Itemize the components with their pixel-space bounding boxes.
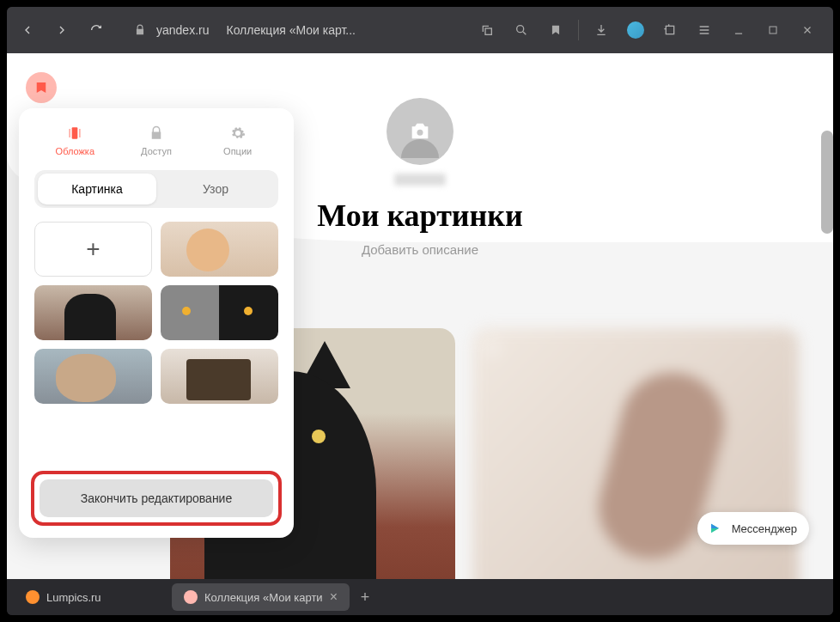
copy-icon[interactable] <box>475 18 499 42</box>
url-text[interactable]: yandex.ru <box>156 23 209 37</box>
menu-icon[interactable] <box>692 18 716 42</box>
tab-options[interactable]: Опции <box>204 124 272 156</box>
svg-rect-3 <box>770 27 776 34</box>
browser-tab-2[interactable]: Коллекция «Мои карти × <box>172 583 350 611</box>
cover-thumb-1[interactable] <box>161 222 278 277</box>
finish-editing-button[interactable]: Закончить редактирование <box>40 479 273 517</box>
subtab-pattern[interactable]: Узор <box>156 174 275 204</box>
tab-access[interactable]: Доступ <box>122 124 191 156</box>
cover-thumb-2[interactable] <box>34 285 152 340</box>
cover-editor-panel: Обложка Доступ Опции Картинка Узор + <box>19 108 294 538</box>
minimize-button[interactable] <box>727 18 751 42</box>
svg-rect-2 <box>666 26 673 34</box>
messenger-icon <box>703 517 725 540</box>
cover-thumb-5[interactable] <box>161 349 278 404</box>
subtab-picture[interactable]: Картинка <box>38 174 156 204</box>
browser-tab-1[interactable]: Lumpics.ru <box>14 583 168 611</box>
new-tab-button[interactable]: + <box>353 585 377 609</box>
lock-icon <box>134 24 146 36</box>
svg-rect-6 <box>70 129 71 137</box>
cover-icon <box>65 124 84 143</box>
browser-tabs-bar: Lumpics.ru Коллекция «Мои карти × + <box>7 579 833 615</box>
svg-point-4 <box>417 130 423 136</box>
browser-titlebar: yandex.ru Коллекция «Мои карт... <box>7 7 833 53</box>
downloads-icon[interactable] <box>589 18 613 42</box>
maximize-button[interactable] <box>761 18 785 42</box>
profile-avatar[interactable] <box>624 18 648 42</box>
page-content: Мои картинки Добавить описание Обложка <box>7 53 833 579</box>
lock-icon <box>147 124 166 143</box>
cover-thumb-4[interactable] <box>34 349 152 404</box>
favicon-2 <box>184 590 198 604</box>
messenger-button[interactable]: Мессенджер <box>697 512 809 545</box>
favicon-1 <box>26 590 40 604</box>
svg-rect-7 <box>79 129 81 137</box>
bookmark-icon[interactable] <box>544 18 568 42</box>
reload-button[interactable] <box>82 16 110 44</box>
scrollbar[interactable] <box>821 131 833 234</box>
cover-thumb-3[interactable] <box>161 285 278 340</box>
select-circle-icon[interactable] <box>484 340 500 356</box>
profile-picture[interactable] <box>387 98 453 165</box>
svg-rect-0 <box>485 28 491 34</box>
close-button[interactable] <box>795 18 819 42</box>
page-title: Коллекция «Мои карт... <box>226 23 468 37</box>
collection-title: Мои картинки <box>240 198 600 234</box>
svg-point-1 <box>517 26 524 33</box>
back-button[interactable] <box>14 16 41 44</box>
highlight-annotation: Закончить редактирование <box>31 471 282 526</box>
add-cover-button[interactable]: + <box>34 222 152 277</box>
profile-name-blurred <box>394 174 446 186</box>
profile-header: Мои картинки Добавить описание <box>240 98 600 257</box>
svg-rect-5 <box>72 127 78 138</box>
tab-close-icon[interactable]: × <box>330 589 338 605</box>
search-icon[interactable] <box>509 18 533 42</box>
add-description-link[interactable]: Добавить описание <box>240 242 600 257</box>
collections-logo[interactable] <box>26 72 57 103</box>
gear-icon <box>228 124 247 143</box>
tab-cover[interactable]: Обложка <box>40 124 109 156</box>
forward-button[interactable] <box>48 16 76 44</box>
extensions-icon[interactable] <box>658 18 682 42</box>
